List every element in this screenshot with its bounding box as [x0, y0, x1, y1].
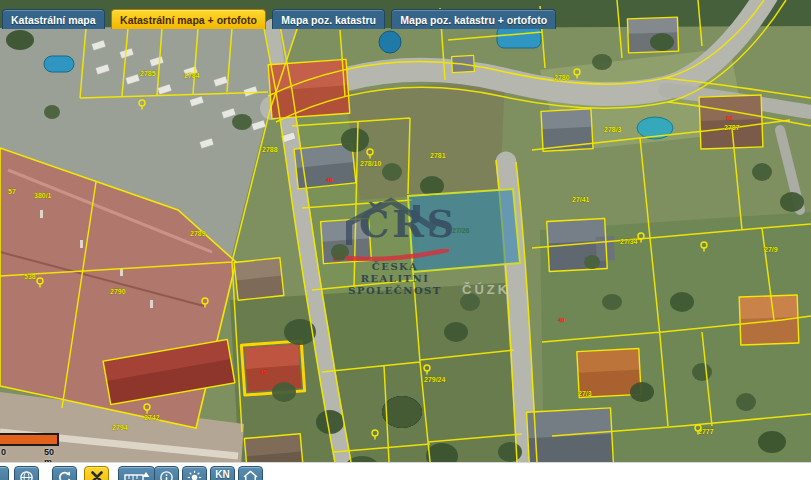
svg-text:278/3: 278/3: [604, 126, 622, 133]
svg-text:380/1: 380/1: [34, 192, 52, 199]
tab-katastralni-mapa-ortofoto[interactable]: Katastrální mapa + ortofoto: [111, 9, 266, 29]
refresh-button[interactable]: [52, 466, 77, 480]
svg-text:27/34: 27/34: [620, 238, 638, 245]
close-icon: [90, 470, 104, 480]
refresh-icon: [57, 470, 72, 480]
svg-text:2787: 2787: [724, 124, 740, 131]
svg-text:279/24: 279/24: [424, 376, 446, 383]
brightness-button[interactable]: [182, 466, 207, 480]
close-button[interactable]: [84, 466, 109, 480]
svg-text:62: 62: [726, 115, 733, 121]
home-button[interactable]: [238, 466, 263, 480]
map-canvas[interactable]: 27/26 ČÚZK 2785278427882789278/102781278…: [0, 0, 811, 480]
tab-mapa-poz-katastru[interactable]: Mapa poz. katastru: [272, 9, 385, 29]
svg-text:27/3: 27/3: [578, 390, 592, 397]
svg-text:2781: 2781: [430, 152, 446, 159]
cadastral-map-viewer: 27/26 ČÚZK 2785278427882789278/102781278…: [0, 0, 811, 480]
partial-button[interactable]: [0, 466, 9, 480]
info-icon: [159, 470, 174, 480]
info-button[interactable]: [154, 466, 179, 480]
svg-text:278/10: 278/10: [360, 160, 382, 167]
svg-text:2794: 2794: [112, 424, 128, 431]
tab-mapa-poz-katastru-ortofoto[interactable]: Mapa poz. katastru + ortofoto: [391, 9, 556, 29]
selected-parcel-label: 27/26: [452, 227, 470, 234]
cuzk-watermark: ČÚZK: [462, 282, 510, 297]
svg-text:2742: 2742: [144, 414, 160, 421]
kn-button[interactable]: KN: [210, 466, 235, 480]
measure-button[interactable]: [118, 466, 155, 480]
globe-button[interactable]: [14, 466, 39, 480]
svg-text:2780: 2780: [554, 74, 570, 81]
globe-icon: [19, 470, 34, 480]
svg-text:2790: 2790: [110, 288, 126, 295]
svg-text:40: 40: [558, 317, 565, 323]
svg-text:2789: 2789: [190, 230, 206, 237]
tab-katastralni-mapa[interactable]: Katastrální mapa: [2, 9, 105, 29]
svg-text:57: 57: [8, 188, 16, 195]
svg-text:48: 48: [326, 177, 333, 183]
svg-text:27/9: 27/9: [764, 246, 778, 253]
home-icon: [243, 470, 258, 480]
brightness-icon: [187, 470, 202, 480]
svg-text:27/41: 27/41: [572, 196, 590, 203]
measure-icon: [124, 470, 150, 480]
svg-text:45: 45: [260, 369, 267, 375]
svg-text:2784: 2784: [184, 72, 200, 79]
svg-text:2785: 2785: [140, 70, 156, 77]
svg-text:538: 538: [24, 273, 36, 280]
map-type-tabs: Katastrální mapa Katastrální mapa + orto…: [2, 9, 558, 29]
bottom-toolbar: KN: [0, 462, 811, 480]
svg-text:2788: 2788: [262, 146, 278, 153]
kn-icon: KN: [215, 470, 229, 480]
